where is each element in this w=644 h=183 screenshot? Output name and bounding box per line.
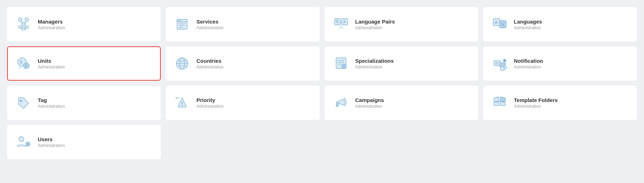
svg-text:A: A xyxy=(501,22,504,27)
card-subtitle-managers: Administration xyxy=(38,25,65,30)
notification-icon xyxy=(491,55,508,72)
card-title-services: Services xyxy=(196,19,223,25)
priority-icon xyxy=(174,94,191,111)
svg-line-22 xyxy=(340,27,340,29)
card-text-notification: NotificationAdministration xyxy=(514,58,543,70)
card-text-priority: PriorityAdministration xyxy=(196,97,223,109)
card-title-template-folders: Template Folders xyxy=(514,97,558,103)
units-icon: 5 1 xyxy=(15,55,32,72)
svg-point-48 xyxy=(503,59,506,62)
card-subtitle-language-pairs: Administration xyxy=(355,25,395,30)
svg-point-53 xyxy=(182,105,183,106)
svg-line-23 xyxy=(342,27,342,29)
card-text-units: UnitsAdministration xyxy=(38,58,65,70)
card-languages[interactable]: A A LanguagesAdministration xyxy=(483,7,637,41)
campaigns-icon xyxy=(333,94,350,111)
card-priority[interactable]: PriorityAdministration xyxy=(166,86,319,120)
card-text-specializations: SpecializationsAdministration xyxy=(355,58,394,70)
card-title-campaigns: Campaigns xyxy=(355,97,384,103)
card-language-pairs[interactable]: A A あ Language PairsAdministration xyxy=(325,7,478,41)
card-subtitle-countries: Administration xyxy=(196,65,223,70)
card-subtitle-units: Administration xyxy=(38,65,65,70)
card-subtitle-campaigns: Administration xyxy=(355,104,384,109)
card-title-notification: Notification xyxy=(514,58,543,64)
card-text-template-folders: Template FoldersAdministration xyxy=(514,97,558,109)
card-title-tag: Tag xyxy=(38,97,65,103)
card-subtitle-template-folders: Administration xyxy=(514,104,558,109)
card-text-language-pairs: Language PairsAdministration xyxy=(355,19,395,30)
card-title-priority: Priority xyxy=(196,97,223,103)
svg-text:A: A xyxy=(343,20,346,24)
svg-rect-56 xyxy=(494,98,499,101)
card-text-tag: TagAdministration xyxy=(38,97,65,109)
svg-text:1: 1 xyxy=(25,64,27,68)
svg-rect-7 xyxy=(22,27,25,30)
card-title-units: Units xyxy=(38,58,65,64)
users-icon xyxy=(15,133,32,151)
card-title-specializations: Specializations xyxy=(355,58,394,64)
card-subtitle-users: Administration xyxy=(38,143,65,148)
card-users[interactable]: UsersAdministration xyxy=(7,125,161,159)
card-units[interactable]: 5 1 UnitsAdministration xyxy=(7,46,161,81)
svg-rect-2 xyxy=(22,22,25,26)
languages-icon: A A xyxy=(491,16,508,33)
svg-text:5: 5 xyxy=(20,60,22,65)
card-services[interactable]: ServicesAdministration xyxy=(166,7,319,41)
card-text-managers: ManagersAdministration xyxy=(38,19,65,30)
specializations-icon xyxy=(333,55,350,72)
svg-point-16 xyxy=(180,20,181,21)
card-tag[interactable]: TagAdministration xyxy=(7,86,161,120)
svg-point-66 xyxy=(19,137,24,142)
managers-icon xyxy=(15,16,32,33)
card-subtitle-notification: Administration xyxy=(514,65,543,70)
svg-text:A: A xyxy=(495,20,498,25)
services-icon xyxy=(174,16,191,33)
admin-grid: ManagersAdministration ServicesAdministr… xyxy=(7,7,637,159)
card-specializations[interactable]: SpecializationsAdministration xyxy=(325,46,478,81)
template-folders-icon xyxy=(491,94,508,111)
card-text-countries: CountriesAdministration xyxy=(196,58,223,70)
card-subtitle-tag: Administration xyxy=(38,104,65,109)
card-template-folders[interactable]: Template FoldersAdministration xyxy=(483,86,637,120)
svg-text:あ: あ xyxy=(336,19,339,21)
svg-point-51 xyxy=(20,100,22,102)
svg-rect-59 xyxy=(500,102,505,106)
card-text-languages: LanguagesAdministration xyxy=(514,19,542,30)
svg-rect-1 xyxy=(25,18,29,21)
card-text-users: UsersAdministration xyxy=(38,136,65,148)
card-title-countries: Countries xyxy=(196,58,223,64)
card-subtitle-services: Administration xyxy=(196,25,223,30)
svg-rect-58 xyxy=(500,98,505,101)
svg-point-50 xyxy=(504,66,507,69)
language-pairs-icon: A A あ xyxy=(333,16,350,33)
card-title-users: Users xyxy=(38,136,65,142)
svg-rect-0 xyxy=(19,18,22,21)
tag-icon xyxy=(15,94,32,111)
card-title-languages: Languages xyxy=(514,19,542,25)
card-text-services: ServicesAdministration xyxy=(196,19,223,30)
card-subtitle-specializations: Administration xyxy=(355,65,394,70)
card-subtitle-priority: Administration xyxy=(196,104,223,109)
card-notification[interactable]: NotificationAdministration xyxy=(483,46,637,81)
svg-point-15 xyxy=(178,20,179,21)
svg-point-55 xyxy=(344,101,347,103)
card-countries[interactable]: CountriesAdministration xyxy=(166,46,319,81)
card-managers[interactable]: ManagersAdministration xyxy=(7,7,161,41)
card-subtitle-languages: Administration xyxy=(514,25,542,30)
countries-icon xyxy=(174,55,191,72)
card-text-campaigns: CampaignsAdministration xyxy=(355,97,384,109)
card-title-language-pairs: Language Pairs xyxy=(355,19,395,25)
card-campaigns[interactable]: CampaignsAdministration xyxy=(325,86,478,120)
card-title-managers: Managers xyxy=(38,19,65,25)
svg-rect-57 xyxy=(494,102,499,106)
